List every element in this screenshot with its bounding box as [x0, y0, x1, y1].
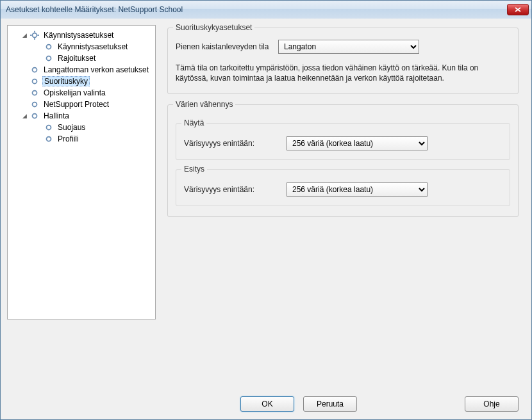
tree-label: NetSupport Protect — [42, 100, 110, 109]
svg-point-5 — [47, 45, 51, 49]
group-title: Värien vähennys — [173, 100, 235, 109]
bandwidth-row: Pienen kaistanleveyden tila Langaton — [176, 40, 510, 54]
group-title: Suorituskykyasetukset — [173, 23, 254, 32]
svg-rect-4 — [37, 35, 39, 36]
gear-icon — [29, 111, 40, 121]
bandwidth-description: Tämä tila on tarkoitettu ympäristöön, jo… — [176, 63, 510, 83]
present-depth-label: Värisyvyys enintään: — [184, 185, 287, 194]
tree-item-nsprotect[interactable]: NetSupport Protect — [9, 99, 154, 110]
gear-icon — [44, 53, 54, 63]
gear-icon — [29, 88, 40, 98]
tree-item-security[interactable]: Suojaus — [9, 122, 154, 133]
subgroup-title: Näytä — [181, 118, 206, 127]
dialog-window: Asetukset kohteelle Määritykset: NetSupp… — [0, 0, 532, 420]
gear-icon — [29, 76, 40, 86]
expander-icon[interactable]: ◢ — [21, 112, 28, 120]
close-icon — [515, 7, 521, 12]
svg-point-8 — [33, 79, 37, 84]
svg-point-11 — [33, 114, 37, 118]
color-reduction-group: Värien vähennys Näytä Värisyvyys enintää… — [167, 104, 519, 217]
show-depth-label: Värisyvyys enintään: — [184, 139, 287, 148]
tree-label: Opiskelijan valinta — [42, 88, 107, 97]
gear-icon — [44, 42, 54, 52]
expander-icon[interactable]: ◢ — [21, 31, 28, 39]
tree-label: Käynnistysasetukset — [42, 31, 115, 40]
svg-point-13 — [47, 137, 51, 141]
content-area: ◢ Käynnistysasetukset Käynnistysasetukse… — [1, 19, 531, 389]
performance-group: Suorituskykyasetukset Pienen kaistanleve… — [167, 28, 519, 94]
svg-rect-2 — [34, 38, 35, 40]
tree-item-performance[interactable]: Suorituskyky — [9, 76, 154, 87]
gear-icon — [29, 65, 40, 75]
present-subgroup: Esitys Värisyvyys enintään: 256 väriä (k… — [176, 169, 510, 206]
tree-item-student-select[interactable]: Opiskelijan valinta — [9, 87, 154, 99]
window-title: Asetukset kohteelle Määritykset: NetSupp… — [6, 5, 507, 14]
gear-icon — [44, 134, 54, 144]
svg-rect-1 — [34, 31, 35, 33]
tree-item-startup[interactable]: ◢ Käynnistysasetukset — [9, 29, 154, 41]
gear-icon — [29, 99, 40, 109]
tree-item-wireless[interactable]: Langattoman verkon asetukset — [9, 64, 154, 76]
tree-label: Hallinta — [42, 111, 71, 120]
svg-point-9 — [33, 91, 37, 95]
gear-icon — [29, 30, 40, 40]
settings-panel: Suorituskykyasetukset Pienen kaistanleve… — [161, 25, 525, 382]
help-button[interactable]: Ohje — [465, 396, 519, 412]
svg-rect-3 — [30, 35, 32, 36]
svg-point-6 — [47, 56, 51, 61]
cancel-button[interactable]: Peruuta — [303, 396, 357, 412]
tree-label: Suojaus — [56, 123, 87, 132]
subgroup-title: Esitys — [181, 165, 207, 174]
ok-button[interactable]: OK — [240, 396, 294, 412]
button-bar: OK Peruuta Ohje — [1, 389, 531, 419]
tree-label: Rajoitukset — [56, 54, 97, 63]
tree-item-startup-sub[interactable]: Käynnistysasetukset — [9, 41, 154, 52]
show-depth-row: Värisyvyys enintään: 256 väriä (korkea l… — [184, 136, 502, 150]
svg-point-12 — [47, 125, 51, 130]
tree-item-restrictions[interactable]: Rajoitukset — [9, 52, 154, 64]
show-depth-select[interactable]: 256 väriä (korkea laatu) — [287, 136, 428, 150]
tree-panel[interactable]: ◢ Käynnistysasetukset Käynnistysasetukse… — [7, 25, 156, 319]
tree-label: Käynnistysasetukset — [56, 42, 129, 51]
svg-point-7 — [33, 68, 37, 72]
gear-icon — [44, 122, 54, 133]
bandwidth-label: Pienen kaistanleveyden tila — [176, 42, 278, 51]
tree-label: Profiili — [56, 134, 80, 143]
tree-label: Suorituskyky — [42, 76, 90, 86]
titlebar: Asetukset kohteelle Määritykset: NetSupp… — [1, 1, 531, 19]
tree-item-admin[interactable]: ◢ Hallinta — [9, 110, 154, 122]
tree-item-profile[interactable]: Profiili — [9, 133, 154, 145]
bandwidth-select[interactable]: Langaton — [278, 40, 419, 54]
show-subgroup: Näytä Värisyvyys enintään: 256 väriä (ko… — [176, 123, 510, 160]
svg-point-10 — [33, 102, 37, 107]
svg-point-0 — [33, 33, 37, 38]
tree-label: Langattoman verkon asetukset — [42, 65, 150, 74]
close-button[interactable] — [507, 4, 529, 15]
present-depth-select[interactable]: 256 väriä (korkea laatu) — [287, 182, 428, 197]
present-depth-row: Värisyvyys enintään: 256 väriä (korkea l… — [184, 182, 502, 197]
